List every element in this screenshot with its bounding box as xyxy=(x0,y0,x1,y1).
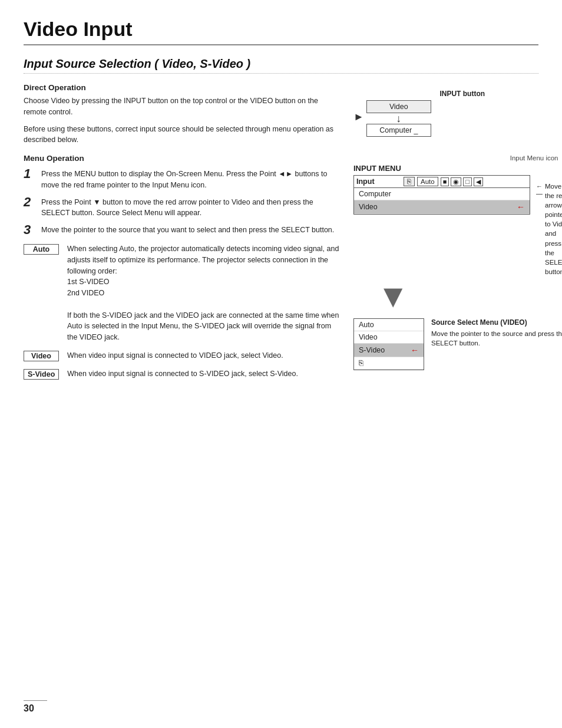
input-menu-title: INPUT MENU xyxy=(353,164,530,173)
source-select-section: Auto Video S-Video ← ⎘ xyxy=(353,318,562,370)
step-2-num: 2 xyxy=(24,195,41,210)
source-select-annotation: Source Select Menu (VIDEO) Move the poin… xyxy=(431,318,562,348)
direct-operation-text1: Choose Video by pressing the INPUT butto… xyxy=(24,95,342,118)
auto-tag-row: Auto When selecting Auto, the projector … xyxy=(24,243,342,343)
video-tag: Video xyxy=(24,351,59,361)
input-menu-area: INPUT MENU Input ⎘ Auto ■ ◉ □ xyxy=(353,164,562,276)
input-menu-icon-label: Input Menu icon xyxy=(510,154,558,162)
video-tag-row: Video When video input signal is connect… xyxy=(24,350,342,361)
source-select-title: Source Select Menu (VIDEO) xyxy=(431,318,562,327)
source-svideo-label: S-Video xyxy=(359,346,385,354)
auto-tag-desc: When selecting Auto, the projector autom… xyxy=(67,243,342,343)
page-number: 30 xyxy=(24,700,47,714)
icon-2: ◉ xyxy=(451,177,461,186)
icon-4: ◀ xyxy=(474,177,483,186)
source-row-svideo: S-Video ← xyxy=(354,344,424,357)
menu-operation-heading: Menu Operation xyxy=(24,154,342,163)
svideo-tag: S-Video xyxy=(24,369,59,380)
page-title: Video Input xyxy=(24,18,538,45)
input-menu-header: Input ⎘ Auto ■ ◉ □ ◀ xyxy=(354,176,530,188)
steps-list: 1 Press the MENU button to display the O… xyxy=(24,169,342,238)
source-row-icon: ⎘ xyxy=(354,357,424,370)
input-menu-section: Input Menu icon INPUT MENU Input ⎘ Auto xyxy=(353,154,562,370)
source-select-box: Auto Video S-Video ← ⎘ xyxy=(353,318,424,370)
arrow-down-icon: ↓ xyxy=(396,113,401,124)
icon-3: □ xyxy=(463,177,472,186)
input-menu-box: Input ⎘ Auto ■ ◉ □ ◀ xyxy=(353,175,530,215)
source-annotation-text: Move the pointer to the source and press… xyxy=(431,330,562,347)
menu-row-video: Video ← xyxy=(354,200,530,214)
source-row-video: Video xyxy=(354,331,424,344)
red-arrow-icon: ← xyxy=(517,202,525,212)
source-menu-box-area: Auto Video S-Video ← ⎘ xyxy=(353,318,424,370)
input-field-icon: ⎘ xyxy=(404,177,415,186)
input-menu-annotation-text: Move the red arrow pointer to Video and … xyxy=(545,182,562,276)
video-btn: Video xyxy=(366,100,431,113)
step-3: 3 Move the pointer to the source that yo… xyxy=(24,225,342,238)
input-menu-icons: ■ ◉ □ ◀ xyxy=(441,177,483,186)
step-3-text: Move the pointer to the source that you … xyxy=(41,225,334,236)
direct-operation-text2: Before using these buttons, correct inpu… xyxy=(24,124,342,146)
step-2-text: Press the Point ▼ button to move the red… xyxy=(41,197,342,219)
source-row-auto: Auto xyxy=(354,319,424,331)
icon-1: ■ xyxy=(441,177,449,186)
computer-btn: Computer _ xyxy=(366,124,431,137)
auto-tag: Auto xyxy=(24,244,59,255)
step-3-num: 3 xyxy=(24,222,41,238)
input-btn-title: INPUT button xyxy=(439,90,485,98)
input-button-diagram: INPUT button ► Video ↓ Computer _ Input xyxy=(353,83,562,370)
step-2: 2 Press the Point ▼ button to move the r… xyxy=(24,197,342,219)
menu-row-computer: Computer xyxy=(354,188,530,200)
input-auto-value: Auto xyxy=(417,177,438,186)
step-1-num: 1 xyxy=(24,166,41,182)
direct-operation-heading: Direct Operation xyxy=(24,83,342,92)
big-down-arrow: ▼ xyxy=(377,280,562,312)
step-1-text: Press the MENU button to display the On-… xyxy=(41,169,342,191)
svideo-tag-row: S-Video When video input signal is conne… xyxy=(24,368,342,380)
svideo-tag-desc: When video input signal is connected to … xyxy=(67,368,298,380)
menu-row-video-label: Video xyxy=(359,203,378,211)
section-heading: Input Source Selection ( Video, S-Video … xyxy=(24,57,538,74)
step-1: 1 Press the MENU button to display the O… xyxy=(24,169,342,191)
input-menu-annotation: ←— Move the red arrow pointer to Video a… xyxy=(536,182,562,276)
video-tag-desc: When video input signal is connected to … xyxy=(67,350,283,361)
source-with-annotation: Auto Video S-Video ← ⎘ xyxy=(353,318,562,370)
source-red-arrow-icon: ← xyxy=(411,345,419,355)
input-field-label: Input xyxy=(356,177,404,186)
